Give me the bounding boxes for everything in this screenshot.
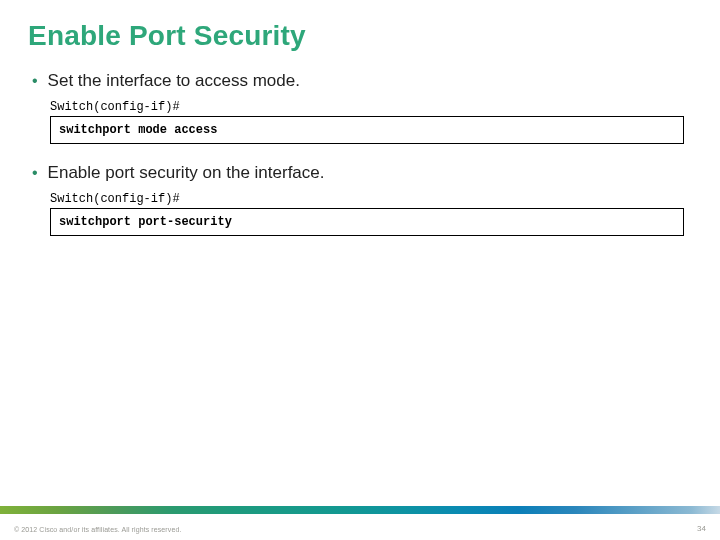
- footer-accent-bar: [0, 506, 720, 514]
- copyright-text: © 2012 Cisco and/or its affiliates. All …: [14, 526, 181, 533]
- page-number: 34: [697, 524, 706, 533]
- cli-command: switchport mode access: [59, 123, 217, 137]
- bullet-dot-icon: •: [32, 162, 38, 184]
- cli-prompt: Switch(config-if)#: [50, 100, 692, 114]
- bullet-dot-icon: •: [32, 70, 38, 92]
- bullet-row: • Enable port security on the interface.: [28, 162, 692, 184]
- footer: © 2012 Cisco and/or its affiliates. All …: [0, 514, 720, 540]
- cli-command: switchport port-security: [59, 215, 232, 229]
- cli-prompt: Switch(config-if)#: [50, 192, 692, 206]
- slide-content: • Set the interface to access mode. Swit…: [0, 62, 720, 236]
- bullet-row: • Set the interface to access mode.: [28, 70, 692, 92]
- slide-title: Enable Port Security: [0, 0, 720, 62]
- cli-command-box: switchport port-security: [50, 208, 684, 236]
- bullet-text: Set the interface to access mode.: [48, 70, 300, 92]
- cli-command-box: switchport mode access: [50, 116, 684, 144]
- slide: Enable Port Security • Set the interface…: [0, 0, 720, 540]
- bullet-text: Enable port security on the interface.: [48, 162, 325, 184]
